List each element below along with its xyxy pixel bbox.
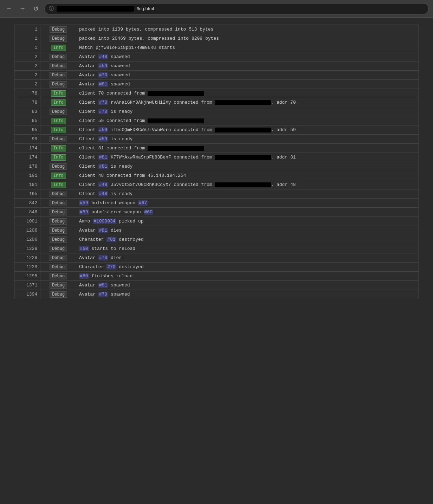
level-badge: Debug (50, 35, 67, 42)
log-table: 1Debugpacked into 1139 bytes, compressed… (14, 25, 419, 299)
log-level: Debug (40, 235, 76, 244)
log-row: 178DebugClient #81 is ready (14, 162, 419, 171)
level-badge: Debug (50, 191, 67, 197)
log-level: Debug (40, 52, 76, 62)
log-line-number: 1229 (14, 263, 40, 272)
log-level: Debug (40, 25, 76, 34)
log-message: client 59 connected from (76, 116, 419, 125)
log-level: Debug (40, 62, 76, 71)
log-line-number: 1295 (14, 272, 40, 281)
log-message: Avatar #70 spawned (76, 290, 419, 299)
entity-id: #59 (79, 200, 89, 206)
url-hidden-part (57, 6, 134, 12)
log-row: 195DebugClient #48 is ready (14, 189, 419, 199)
redacted-value (148, 118, 204, 123)
log-row: 2DebugAvatar #48 spawned (14, 52, 419, 62)
log-row: 191InfoClient #48 J5vvOtSSf7OkcRhK3CcyX7… (14, 180, 419, 189)
level-badge: Debug (50, 81, 67, 88)
entity-id: #81 (106, 237, 116, 242)
log-level: Debug (40, 226, 76, 235)
log-row: 1InfoMatch pjfw8IoH5i8pp1749m06Ru starts (14, 43, 419, 52)
level-badge: Debug (50, 237, 67, 243)
log-row: 78Infoclient 70 connected from (14, 89, 419, 98)
log-row: 1229Debug#60 starts to reload (14, 244, 419, 253)
log-message: Client #48 J5vvOtSSf7OkcRhK3CcyX7 connec… (76, 180, 419, 189)
back-button[interactable]: ← (4, 4, 14, 14)
log-line-number: 1229 (14, 253, 40, 263)
log-line-number: 78 (14, 89, 40, 98)
log-line-number: 174 (14, 144, 40, 153)
log-line-number: 1 (14, 34, 40, 43)
entity-id: #81 (98, 82, 108, 87)
log-row: 174InfoClient #81 K77WYAxwRmaSrpFb83BenF… (14, 153, 419, 162)
level-badge: Debug (50, 273, 67, 279)
log-message: #59 holstered weapon #67 (76, 199, 419, 208)
log-level: Debug (40, 217, 76, 226)
log-line-number: 83 (14, 107, 40, 116)
log-row: 99DebugClient #59 is ready (14, 135, 419, 144)
level-badge: Debug (50, 63, 67, 69)
level-badge: Debug (50, 227, 67, 234)
log-row: 174Infoclient 81 connected from (14, 144, 419, 153)
log-message: client 70 connected from (76, 89, 419, 98)
entity-id: #70 (98, 100, 108, 105)
log-level: Debug (40, 71, 76, 80)
entity-id: #60 (79, 246, 89, 251)
log-line-number: 1371 (14, 281, 40, 290)
log-line-number: 1394 (14, 290, 40, 299)
entity-id: #60 (79, 273, 89, 279)
entity-id: #70 (98, 292, 108, 297)
log-line-number: 1206 (14, 226, 40, 235)
level-badge: Debug (50, 282, 67, 289)
log-row: 1Debugpacked into 20469 bytes, compresse… (14, 34, 419, 43)
log-line-number: 1 (14, 43, 40, 52)
log-message: client 48 connected from 46.148.194.254 (76, 171, 419, 180)
level-badge: Info (51, 173, 66, 179)
log-row: 1371DebugAvatar #81 spawned (14, 281, 419, 290)
log-row: 78InfoClient #70 rvAnaiGkY0AkjhwUtHi2Xy … (14, 98, 419, 107)
log-message: Client #59 is ready (76, 135, 419, 144)
log-message: Avatar #70 spawned (76, 71, 419, 80)
address-bar[interactable]: ⓘ /log.html (44, 3, 429, 14)
log-message: Avatar #70 dies (76, 253, 419, 263)
log-line-number: 174 (14, 153, 40, 162)
log-level: Info (40, 43, 76, 52)
log-row: 1229DebugCharacter #70 destroyed (14, 263, 419, 272)
forward-button[interactable]: → (18, 4, 27, 14)
level-badge: Debug (50, 163, 67, 170)
log-message: Client #81 K77WYAxwRmaSrpFb83BenF connec… (76, 153, 419, 162)
log-level: Info (40, 125, 76, 135)
log-message: #59 unholstered weapon #60 (76, 208, 419, 217)
log-line-number: 95 (14, 116, 40, 125)
level-badge: Debug (50, 54, 67, 60)
log-level: Debug (40, 199, 76, 208)
log-message: Avatar #81 dies (76, 226, 419, 235)
entity-id: #70 (106, 264, 116, 270)
log-level: Debug (40, 272, 76, 281)
log-level: Debug (40, 208, 76, 217)
log-row: 95InfoClient #59 iIbsCQmEDRCWVJrVW5Woro … (14, 125, 419, 135)
level-badge: Debug (50, 209, 67, 215)
level-badge: Debug (50, 200, 67, 206)
entity-id: #48 (98, 191, 108, 196)
log-level: Info (40, 153, 76, 162)
log-level: Debug (40, 34, 76, 43)
log-line-number: 1001 (14, 217, 40, 226)
log-line-number: 848 (14, 208, 40, 217)
level-badge: Debug (50, 136, 67, 142)
log-row: 191Infoclient 48 connected from 46.148.1… (14, 171, 419, 180)
log-level: Debug (40, 135, 76, 144)
redacted-value (215, 128, 271, 133)
entity-id: #1000034 (93, 219, 116, 224)
log-line-number: 191 (14, 171, 40, 180)
level-badge: Info (51, 145, 66, 151)
log-message: Match pjfw8IoH5i8pp1749m06Ru starts (76, 43, 419, 52)
log-message: Client #81 is ready (76, 162, 419, 171)
url-visible-part: /log.html (137, 6, 154, 11)
reload-button[interactable]: ↺ (31, 4, 41, 14)
log-line-number: 99 (14, 135, 40, 144)
log-level: Info (40, 98, 76, 107)
log-row: 848Debug#59 unholstered weapon #60 (14, 208, 419, 217)
entity-id: #48 (98, 54, 108, 59)
log-line-number: 95 (14, 125, 40, 135)
